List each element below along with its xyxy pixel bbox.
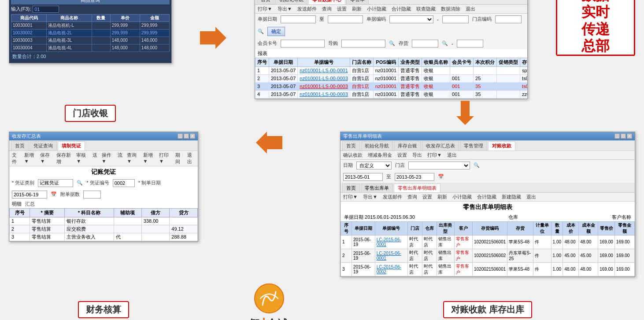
toolbar-review[interactable]: 审核▼ (75, 151, 89, 166)
attach-input[interactable] (83, 191, 101, 199)
toolbar-subtotal[interactable]: 小计隐藏 (366, 5, 387, 13)
toolbar-query2[interactable]: 查询▼ (126, 151, 139, 166)
minimize-button[interactable]: _ (178, 133, 183, 139)
date-to-input[interactable] (395, 173, 434, 181)
toolbar2-new[interactable]: 新建隐藏 (501, 193, 522, 201)
toolbar-pass[interactable]: 送 (92, 151, 98, 166)
toolbar-print[interactable]: 打印▼ (257, 5, 273, 13)
toolbar2-subtotal[interactable]: 小计隐藏 (452, 193, 473, 201)
toolbar-clear[interactable]: 数据清除 (440, 5, 461, 13)
toolbar-sendmail[interactable]: 发送邮件 (296, 5, 318, 13)
toolbar-ops[interactable]: 操作▼ (101, 151, 114, 166)
desc-label2: 汇总 (25, 201, 35, 207)
vdate-input[interactable] (12, 191, 47, 199)
confirm-button[interactable]: 确定 (267, 27, 285, 36)
order-code-select[interactable] (389, 15, 433, 23)
tab-zero-order[interactable]: 零售单 (346, 0, 369, 4)
toolbar-settings-rec[interactable]: 设置 (396, 151, 408, 159)
toolbar2-exit[interactable]: 退出 (526, 193, 537, 201)
toolbar-exit2[interactable]: 退出 (186, 151, 196, 166)
pos-input-field[interactable] (33, 6, 59, 13)
tab-home-acct[interactable]: 首页 (11, 141, 29, 151)
tab-home[interactable]: 首页 (257, 0, 274, 4)
toolbar-save-new[interactable]: 保存新增 (56, 151, 73, 166)
subtab-home[interactable]: 首页 (342, 184, 360, 192)
toolbar2-query[interactable]: 查询 (407, 193, 418, 201)
date-from-input[interactable] (343, 173, 383, 181)
toolbar-print-rec[interactable]: 打印▼ (426, 151, 443, 159)
rth-wh: 仓库 (422, 221, 437, 235)
pos-inner: 商品查询 输入(F3): 商品代码 商品名称 数量 单价 金额 (9, 0, 171, 63)
toolbar2-settings[interactable]: 设置 (422, 193, 433, 201)
order-date-end-input[interactable] (328, 15, 363, 23)
table-row: 1 2013-05-07 nz010001-LS-00-0001 自营1店 nz… (255, 66, 528, 74)
search-icon-vtype: 🔍 (77, 180, 83, 186)
toolbar-new2[interactable]: 新增▼ (142, 151, 155, 166)
toolbar-exit-rec[interactable]: 退出 (446, 151, 458, 159)
tab-stock-ledger[interactable]: 库存台账 (394, 141, 421, 151)
zero-tab-bar: 首页 初始化导航 零售数据中心 零售单 (255, 0, 527, 5)
member-card-input[interactable] (281, 40, 325, 48)
acct-titlebar: 收发存汇总表 _ □ × (9, 132, 198, 140)
finance-label: 财务核算 (78, 301, 129, 318)
vcode-input[interactable] (113, 179, 135, 187)
tab-init[interactable]: 初始化导航 (275, 0, 307, 4)
vtype-input[interactable] (38, 179, 73, 187)
toolbar-confirm-payment[interactable]: 确认收款 (342, 151, 363, 159)
toolbar2-print[interactable]: 打印▼ (342, 193, 359, 201)
close-button[interactable]: × (627, 133, 632, 139)
logo-name: 智 (250, 317, 260, 320)
close-button[interactable]: × (190, 133, 195, 139)
toolbar2-refresh[interactable]: 刷新 (437, 193, 448, 201)
toolbar-total[interactable]: 合计隐藏 (391, 5, 412, 13)
stock-input2[interactable] (457, 40, 483, 48)
toolbar-new[interactable]: 新增▼ (23, 151, 37, 166)
order-code-input[interactable] (442, 15, 469, 23)
rth-type: 出库类型 (437, 221, 455, 235)
toolbar-refresh[interactable]: 刷新 (351, 5, 363, 13)
toolbar-file[interactable]: 文件 (11, 151, 21, 166)
toolbar-flow[interactable]: 流 (117, 151, 123, 166)
tab-summary[interactable]: 收发存汇总表 (422, 141, 459, 151)
guide-input[interactable] (341, 40, 385, 48)
toolbar-print2[interactable]: 打印▼ (158, 151, 171, 166)
toolbar-reserve-fund[interactable]: 增减备用金 (367, 151, 393, 159)
col-code: 商品代码 (11, 14, 47, 22)
toolbar-export-rec[interactable]: 导出 (411, 151, 423, 159)
toolbar-period[interactable]: 期间 (174, 151, 184, 166)
store-code-input[interactable] (495, 15, 522, 23)
subtab-zero-order[interactable]: 零售出库单 (361, 184, 393, 192)
tab-fill-voucher[interactable]: 填制凭证 (58, 141, 85, 151)
toolbar-link[interactable]: 联查隐藏 (415, 5, 437, 13)
tab-zero-mgmt[interactable]: 零售管理 (460, 141, 487, 151)
stock-input[interactable] (412, 40, 438, 48)
stock-label: 存货 (399, 40, 408, 47)
toolbar-export[interactable]: 导出▼ (277, 5, 293, 13)
toolbar-settings[interactable]: 设置 (336, 5, 348, 13)
tab-home-rec[interactable]: 首页 (342, 141, 360, 151)
toolbar-exit[interactable]: 退出 (465, 5, 476, 13)
order-date-input[interactable] (281, 15, 316, 23)
minimize-button[interactable]: _ (614, 133, 620, 139)
date-select-rec[interactable]: 自定义 (356, 162, 392, 169)
tab-zero-data[interactable]: 零售数据中心 (308, 0, 345, 4)
maximize-button[interactable]: □ (184, 133, 189, 139)
toolbar-save[interactable]: 保存▼ (39, 151, 52, 166)
store-select-rec[interactable] (408, 162, 470, 169)
toolbar2-total[interactable]: 合计隐藏 (476, 193, 497, 201)
subtab-zero-detail[interactable]: 零售出库单明细表 (394, 184, 440, 192)
rec-form-row: 日期 自定义 门店 🔍 (341, 160, 635, 171)
voucher-row: 2 零售结算 应交税费 49.12 (10, 225, 198, 233)
maximize-button[interactable]: □ (621, 133, 626, 139)
rec-date-row: 至 📅 (341, 171, 635, 183)
tab-voucher-query[interactable]: 凭证查询 (30, 141, 57, 151)
toolbar2-sendmail[interactable]: 发送邮件 (382, 193, 403, 201)
th-pos: POS编码 (373, 58, 398, 66)
realtime-line2: 实时 (581, 4, 610, 20)
tab-init-rec[interactable]: 初始化导航 (361, 141, 393, 151)
arrow-left-area (252, 132, 287, 154)
tab-reconcile[interactable]: 对账收款 (488, 141, 515, 151)
rec-title: 零售出库单明细表 (343, 133, 382, 140)
toolbar-query[interactable]: 查询 (321, 5, 333, 13)
toolbar2-export[interactable]: 导出▼ (362, 193, 378, 201)
